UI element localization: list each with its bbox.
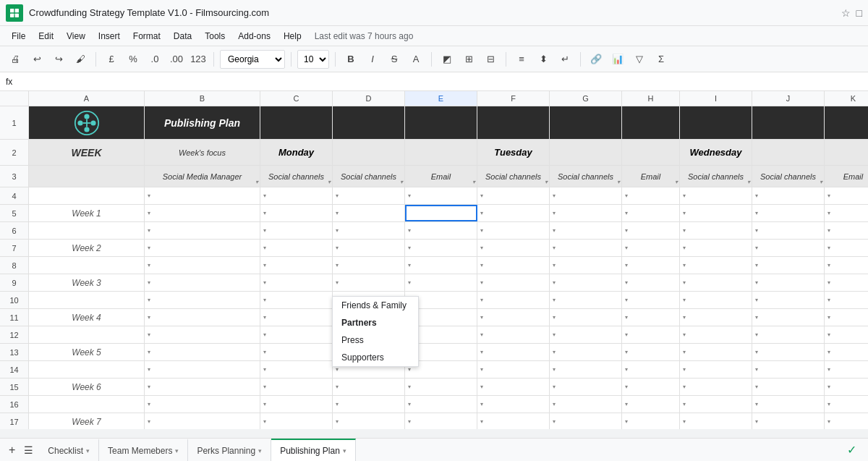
cell-e17[interactable]: ▾ xyxy=(405,413,477,429)
cell-k17[interactable]: ▾ xyxy=(825,413,868,429)
cell-g10[interactable]: ▾ xyxy=(550,292,622,308)
cell-k2[interactable] xyxy=(825,140,868,165)
cell-f9[interactable]: ▾ xyxy=(477,274,550,291)
dropdown-item-partners[interactable]: Partners xyxy=(333,314,418,331)
col-header-f[interactable]: F xyxy=(477,91,550,106)
cell-j5[interactable]: ▾ xyxy=(752,205,825,221)
cell-c12[interactable]: ▾ xyxy=(260,326,333,343)
cell-f17[interactable]: ▾ xyxy=(477,413,550,429)
cell-g17[interactable]: ▾ xyxy=(550,413,622,429)
chart-btn[interactable]: 📊 xyxy=(608,50,627,69)
cell-a16[interactable] xyxy=(29,396,145,413)
decimal-inc-btn[interactable]: .00 xyxy=(167,50,186,69)
col-header-d[interactable]: D xyxy=(333,91,405,106)
cell-c11[interactable]: ▾ xyxy=(260,309,333,326)
cell-f11[interactable]: ▾ xyxy=(477,309,550,326)
decimal-dec-btn[interactable]: .0 xyxy=(145,50,164,69)
menu-data[interactable]: Data xyxy=(168,30,197,43)
cell-e1[interactable] xyxy=(405,106,477,139)
drive-icon[interactable]: □ xyxy=(856,7,862,19)
cell-d4[interactable]: ▾ xyxy=(333,187,405,204)
cell-j17[interactable]: ▾ xyxy=(752,413,825,429)
text-color-btn[interactable]: A xyxy=(407,50,425,69)
cell-b15[interactable]: ▾ xyxy=(145,378,260,395)
cell-b9[interactable]: ▾ xyxy=(145,274,260,291)
cell-a4[interactable] xyxy=(29,187,145,204)
cell-k4[interactable]: ▾ xyxy=(825,187,868,204)
print-btn[interactable]: 🖨 xyxy=(6,50,25,69)
cell-f13[interactable]: ▾ xyxy=(477,344,550,360)
cell-e4[interactable]: ▾ xyxy=(405,187,477,204)
cell-b17[interactable]: ▾ xyxy=(145,413,260,429)
cell-i9[interactable]: ▾ xyxy=(680,274,752,291)
cell-c1[interactable] xyxy=(260,106,333,139)
col-header-i[interactable]: I xyxy=(680,91,752,106)
cell-f1[interactable] xyxy=(477,106,550,139)
cell-k10[interactable]: ▾ xyxy=(825,292,868,308)
cell-i7[interactable]: ▾ xyxy=(680,240,752,256)
currency-btn[interactable]: £ xyxy=(102,50,121,69)
cell-i15[interactable]: ▾ xyxy=(680,378,752,395)
cell-i13[interactable]: ▾ xyxy=(680,344,752,360)
cell-i5[interactable]: ▾ xyxy=(680,205,752,221)
cell-c8[interactable]: ▾ xyxy=(260,257,333,274)
cell-k1[interactable] xyxy=(825,106,868,139)
cell-h9[interactable]: ▾ xyxy=(622,274,680,291)
cell-d1[interactable] xyxy=(333,106,405,139)
bold-btn[interactable]: B xyxy=(341,50,360,69)
col-header-a[interactable]: A xyxy=(29,91,145,106)
cell-k11[interactable]: ▾ xyxy=(825,309,868,326)
cell-i16[interactable]: ▾ xyxy=(680,396,752,413)
menu-help[interactable]: Help xyxy=(278,30,307,43)
cell-a9[interactable]: Week 3 xyxy=(29,274,145,291)
cell-a10[interactable] xyxy=(29,292,145,308)
cell-a7[interactable]: Week 2 xyxy=(29,240,145,256)
cell-g11[interactable]: ▾ xyxy=(550,309,622,326)
col-header-b[interactable]: B xyxy=(145,91,260,106)
menu-format[interactable]: Format xyxy=(127,30,166,43)
cell-f16[interactable]: ▾ xyxy=(477,396,550,413)
cell-e5[interactable] xyxy=(405,205,477,221)
cell-j7[interactable]: ▾ xyxy=(752,240,825,256)
cell-g3[interactable]: Social channels ▾ xyxy=(550,166,622,187)
cell-h7[interactable]: ▾ xyxy=(622,240,680,256)
cell-j1[interactable] xyxy=(752,106,825,139)
font-selector[interactable]: Georgia xyxy=(220,50,285,69)
cell-e3[interactable]: Email ▾ xyxy=(405,166,477,187)
align-left-btn[interactable]: ≡ xyxy=(512,50,531,69)
cell-a3[interactable] xyxy=(29,166,145,187)
col-header-k[interactable]: K xyxy=(825,91,868,106)
number-format-btn[interactable]: 123 xyxy=(189,50,208,69)
cell-b4[interactable]: ▾ xyxy=(145,187,260,204)
cell-g15[interactable]: ▾ xyxy=(550,378,622,395)
cell-i6[interactable]: ▾ xyxy=(680,222,752,239)
wrap-btn[interactable]: ↵ xyxy=(556,50,574,69)
merge-btn[interactable]: ⊟ xyxy=(481,50,500,69)
cell-j14[interactable]: ▾ xyxy=(752,361,825,378)
cell-b1[interactable]: Publishing Plan xyxy=(145,106,260,139)
cell-c4[interactable]: ▾ xyxy=(260,187,333,204)
cell-f12[interactable]: ▾ xyxy=(477,326,550,343)
cell-b14[interactable]: ▾ xyxy=(145,361,260,378)
filter-btn[interactable]: ▽ xyxy=(630,50,649,69)
cell-f8[interactable]: ▾ xyxy=(477,257,550,274)
col-header-j[interactable]: J xyxy=(752,91,825,106)
cell-c17[interactable]: ▾ xyxy=(260,413,333,429)
cell-f3[interactable]: Social channels ▾ xyxy=(477,166,550,187)
dropdown-item-friends-family[interactable]: Friends & Family xyxy=(333,297,418,314)
cell-b2[interactable]: Week's focus xyxy=(145,140,260,165)
borders-btn[interactable]: ⊞ xyxy=(459,50,478,69)
cell-g12[interactable]: ▾ xyxy=(550,326,622,343)
cell-e8[interactable]: ▾ xyxy=(405,257,477,274)
cell-a2[interactable]: WEEK xyxy=(29,140,145,165)
cell-a15[interactable]: Week 6 xyxy=(29,378,145,395)
cell-g6[interactable]: ▾ xyxy=(550,222,622,239)
cell-h12[interactable]: ▾ xyxy=(622,326,680,343)
cell-a1[interactable] xyxy=(29,106,145,139)
cell-h17[interactable]: ▾ xyxy=(622,413,680,429)
undo-btn[interactable]: ↩ xyxy=(27,50,46,69)
menu-addons[interactable]: Add-ons xyxy=(232,30,276,43)
formula-input[interactable] xyxy=(48,77,862,87)
cell-j6[interactable]: ▾ xyxy=(752,222,825,239)
cell-f10[interactable]: ▾ xyxy=(477,292,550,308)
